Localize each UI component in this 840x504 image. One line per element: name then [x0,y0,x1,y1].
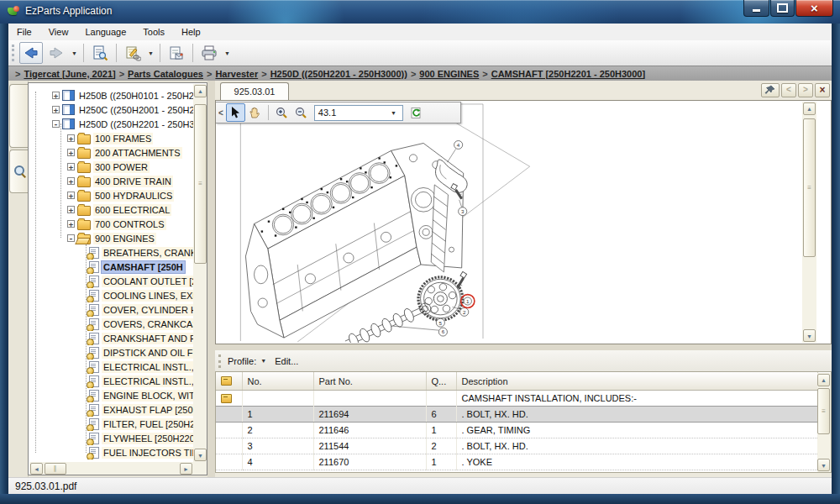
tree-item-200-attachments[interactable]: +200 ATTACHMENTS [29,145,207,160]
scroll-thumb[interactable]: ≡ [194,104,207,264]
breadcrumb-model[interactable]: H250D ((250H2201 - 250H3000)) [270,69,407,79]
expand-toggle[interactable]: + [52,106,60,113]
illustration-viewer[interactable]: 4 3 1 2 5 6 < [215,100,832,344]
tree-item-crankshaft[interactable]: CRANKSHAFT AND PI [29,331,207,345]
table-row[interactable]: 4 211670 1 . YOKE [216,454,818,470]
expand-toggle[interactable]: + [67,134,75,142]
expand-toggle[interactable]: + [67,220,75,228]
previous-tab-button[interactable]: < [781,83,796,97]
breadcrumb-parts-catalogues[interactable]: Parts Catalogues [128,69,203,79]
expand-toggle[interactable]: + [67,206,75,213]
profile-dropdown-caret[interactable]: ▼ [260,358,266,364]
menu-language[interactable]: Language [76,24,134,40]
email-report-button[interactable] [165,42,188,64]
horizontal-splitter[interactable] [215,344,832,350]
tree-item-electrical-instl-2[interactable]: ELECTRICAL INSTL., [29,374,207,388]
refresh-image-button[interactable] [407,103,426,122]
pin-tab-button[interactable] [761,83,780,97]
tree-item-300-power[interactable]: +300 POWER [29,160,207,174]
scroll-down-button[interactable]: ▼ [817,459,830,471]
tree-item-filter-fuel[interactable]: FILTER, FUEL [250H2 [29,417,207,431]
menu-file[interactable]: File [8,24,40,40]
tree-item-flywheel[interactable]: FLYWHEEL [250H220 [29,431,207,445]
scroll-up-button[interactable]: ▲ [817,374,830,386]
tree-horizontal-scrollbar[interactable]: ◄ ∥ ► [29,462,193,475]
back-history-dropdown[interactable]: ▼ [71,50,77,56]
callout-number-highlighted[interactable]: 1 [466,298,470,304]
tree-item-900-engines[interactable]: -900 ENGINES [29,231,207,245]
collapse-toolbar-arrow[interactable]: < [216,108,226,118]
print-button[interactable] [197,42,221,64]
tree-item-covers-crankcase[interactable]: COVERS, CRANKCAS [29,317,207,331]
zoom-out-button[interactable] [291,103,311,122]
scroll-left-button[interactable]: ◄ [30,463,43,475]
tree-item-fuel-injectors[interactable]: FUEL INJECTORS TIE [29,445,207,459]
tree-item-exhaust-flap[interactable]: EXHAUST FLAP [250H [29,402,207,417]
tree-item-h250b[interactable]: +H250B ((250H0101 - 250H2 [29,88,207,102]
scroll-thumb[interactable]: ∥ [45,463,66,475]
title-bar[interactable]: EzParts Application × [0,0,840,24]
forward-button[interactable] [45,42,68,64]
edit-dropdown[interactable]: ▼ [148,50,154,56]
callout-number[interactable]: 2 [463,309,466,315]
table-row-group-header[interactable]: CAMSHAFT INSTALLATION, INCLUDES:- [216,391,818,407]
tree-item-400-drive-train[interactable]: +400 DRIVE TRAIN [29,174,207,188]
col-header-qty[interactable]: Q... [426,372,456,391]
view-document-button[interactable] [88,42,112,64]
expand-toggle[interactable]: + [52,92,60,99]
flag-column-header[interactable] [216,372,242,391]
scroll-up-button[interactable]: ▲ [803,102,816,115]
tree-item-cover-cylinder[interactable]: COVER, CYLINDER HI [29,302,207,317]
tree-item-h250d[interactable]: -H250D ((250H2201 - 250H3 [29,117,207,131]
col-header-part-no[interactable]: Part No. [313,372,426,391]
print-dropdown[interactable]: ▼ [224,50,230,56]
expand-toggle[interactable]: + [67,192,75,199]
expand-toggle[interactable]: + [67,149,75,156]
table-row[interactable]: 3 211544 2 . BOLT, HX. HD. [216,438,818,454]
col-header-description[interactable]: Description [456,372,818,391]
scroll-down-button[interactable]: ▼ [803,329,816,342]
pan-tool-button[interactable] [245,103,265,122]
tree-item-camshaft-selected[interactable]: CAMSHAFT [250H [29,260,207,274]
breadcrumb-assembly[interactable]: CAMSHAFT [250H2201 - 250H3000] [491,69,645,79]
viewer-vertical-scrollbar[interactable]: ▲ ≡ ▼ [802,102,816,343]
table-row[interactable]: 2 211646 1 . GEAR, TIMING [216,423,818,438]
table-row-selected[interactable]: 1 211694 6 . BOLT, HX. HD. [216,407,818,423]
zoom-in-button[interactable] [272,103,291,122]
collapse-toggle[interactable]: - [67,234,75,242]
expand-toggle[interactable]: + [67,177,75,185]
close-tab-button[interactable]: × [815,83,830,97]
toolbar-grip[interactable] [218,354,221,368]
scroll-thumb[interactable]: ≡ [803,118,816,257]
expand-toggle[interactable]: + [67,163,75,171]
scroll-thumb[interactable]: ≡ [817,388,830,434]
scroll-down-button[interactable]: ▼ [194,449,207,461]
table-vertical-scrollbar[interactable]: ▲ ≡ ▼ [817,373,831,472]
tree-item-h250c[interactable]: +H250C ((250H2001 - 250H2 [29,102,207,117]
menu-view[interactable]: View [40,24,77,40]
zoom-level-combo[interactable]: 43.1 ▼ [314,105,403,121]
maximize-button[interactable] [770,0,795,17]
next-tab-button[interactable]: > [798,83,813,97]
tree-item-600-electrical[interactable]: +600 ELECTRICAL [29,202,207,217]
back-button[interactable] [19,42,43,64]
toolbar-grip[interactable] [12,45,14,61]
col-header-no[interactable]: No. [242,372,313,391]
tab-925-03-01[interactable]: 925.03.01 [220,82,289,102]
tab-main-tree[interactable]: Main Tree [9,84,28,148]
tree-item-breathers[interactable]: BREATHERS, CRANKC [29,245,207,260]
tree-item-cooling-lines[interactable]: COOLING LINES, EXH [29,288,207,302]
tree-item-dipstick[interactable]: DIPSTICK AND OIL FI [29,345,207,360]
menu-tools[interactable]: Tools [134,24,173,40]
tree-item-coolant-outlet[interactable]: COOLANT OUTLET [2 [29,274,207,288]
minimize-button[interactable] [743,0,769,17]
tree-item-500-hydraulics[interactable]: +500 HYDRAULICS [29,188,207,202]
callout-number[interactable]: 6 [442,328,445,334]
close-button[interactable]: × [795,0,833,17]
pointer-tool-button[interactable] [226,103,245,122]
scroll-right-button[interactable]: ► [180,463,192,475]
tab-search[interactable] [9,150,28,193]
tree-item-engine-block[interactable]: ENGINE BLOCK, WITH [29,388,207,402]
breadcrumb-harvester[interactable]: Harvester [215,69,258,79]
collapse-toggle[interactable]: - [52,120,60,128]
